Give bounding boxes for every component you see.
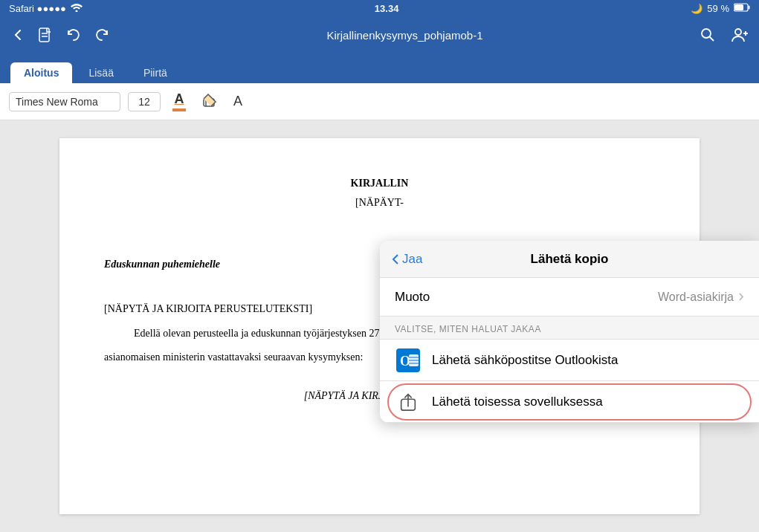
action-label-share: Lähetä toisessa sovelluksessa: [432, 395, 603, 409]
eraser-button[interactable]: [198, 90, 222, 114]
nav-right: [700, 27, 749, 43]
tab-aloitus[interactable]: Aloitus: [10, 62, 72, 83]
status-time: 13.34: [375, 3, 399, 14]
popover-panel: Jaa Lähetä kopio Muoto Word-asiakirja VA…: [380, 241, 759, 423]
outlook-svg: O: [396, 348, 420, 372]
svg-point-9: [735, 29, 741, 35]
outlook-icon: O: [395, 347, 422, 374]
undo-button[interactable]: [65, 27, 82, 43]
redo-button[interactable]: [94, 27, 110, 43]
font-size-input[interactable]: [128, 92, 161, 111]
format-label: Muoto: [395, 290, 430, 305]
doc-subtitle: [NÄPÄYT-: [104, 195, 655, 211]
tab-lisaa[interactable]: Lisää: [75, 62, 126, 83]
format-value: Word-asiakirja: [658, 291, 744, 304]
font-color-button[interactable]: A: [168, 88, 190, 114]
popover-back-button[interactable]: Jaa: [392, 252, 422, 267]
file-icon-button[interactable]: [37, 27, 54, 43]
battery-label: 59 %: [707, 3, 729, 14]
chevron-right-icon: [738, 292, 744, 302]
nav-title: Kirjallinenkysymys_pohjamob-1: [326, 29, 482, 42]
tab-piirta[interactable]: Piirtä: [130, 62, 181, 83]
add-person-button[interactable]: [731, 27, 749, 43]
svg-point-0: [75, 10, 77, 12]
back-button[interactable]: [10, 27, 25, 42]
status-bar: Safari ●●●●● 13.34 🌙 59 %: [0, 0, 759, 16]
svg-line-8: [710, 37, 714, 42]
format-row[interactable]: Muoto Word-asiakirja: [380, 278, 759, 317]
popover-overlay: Jaa Lähetä kopio Muoto Word-asiakirja VA…: [0, 241, 759, 532]
font-name-input[interactable]: [9, 92, 120, 111]
popover-header: Jaa Lähetä kopio: [380, 241, 759, 278]
svg-point-7: [702, 29, 711, 38]
safari-label: Safari ●●●●●: [9, 3, 66, 14]
status-right: 🌙 59 %: [691, 3, 750, 14]
action-label-outlook: Lähetä sähköpostitse Outlookista: [432, 353, 618, 368]
svg-rect-2: [749, 5, 750, 9]
action-row-outlook[interactable]: O Lähetä sähköpostitse Outlookista: [380, 340, 759, 381]
search-button[interactable]: [700, 27, 716, 43]
nav-bar: Kirjallinenkysymys_pohjamob-1: [0, 16, 759, 53]
nav-left: [10, 27, 110, 43]
format-value-text: Word-asiakirja: [658, 291, 734, 304]
share-svg: [398, 392, 418, 412]
svg-rect-4: [39, 28, 49, 42]
moon-icon: 🌙: [691, 3, 703, 14]
doc-area: KIRJALLIN [NÄPÄYT- Eduskunnan puhemiehel…: [0, 120, 759, 532]
svg-rect-3: [734, 4, 743, 10]
battery-icon: [734, 3, 750, 14]
toolbar-row: A A: [0, 83, 759, 120]
wifi-icon: [71, 3, 83, 14]
svg-text:O: O: [400, 354, 410, 369]
doc-title: KIRJALLIN: [104, 175, 655, 192]
popover-title: Lähetä kopio: [531, 252, 609, 267]
share-icon: [395, 389, 422, 415]
font-cap-button[interactable]: A: [229, 91, 247, 112]
section-label: VALITSE, MITEN HALUAT JAKAA: [380, 317, 759, 340]
toolbar-tabs: Aloitus Lisää Piirtä: [0, 53, 759, 83]
action-row-share[interactable]: Lähetä toisessa sovelluksessa: [380, 381, 759, 423]
popover-back-label: Jaa: [402, 252, 422, 267]
status-left: Safari ●●●●●: [9, 3, 83, 14]
